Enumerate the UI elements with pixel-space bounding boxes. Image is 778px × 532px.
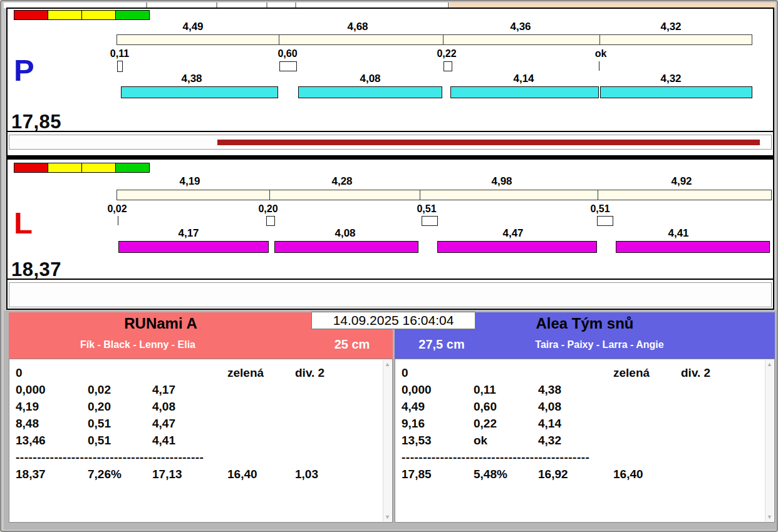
l-course-letter: L [14, 208, 33, 238]
results-area-left[interactable]: 0zelenádiv. 2 0,0000,024,17 4,190,204,08… [9, 359, 393, 523]
summary-row: 18,377,26%17,1316,401,03 [16, 466, 392, 483]
result-cell: 0,60 [474, 398, 538, 415]
result-divider: ----------------------------------------… [16, 449, 392, 466]
result-cell: 0,51 [88, 415, 152, 432]
p-gap-marker-1 [117, 61, 123, 72]
summary-cell: 17,85 [402, 466, 474, 483]
legend-yellow-box [48, 163, 82, 173]
l-opponent-seg-time-2: 4,28 [311, 175, 373, 188]
result-row: 13,460,514,41 [16, 432, 392, 449]
result-cell: 4,32 [538, 432, 613, 449]
result-cell: div. 2 [681, 364, 710, 381]
results-area-right[interactable]: 0zelenádiv. 2 0,0000,114,38 4,490,604,08… [395, 359, 775, 523]
p-run-bar-2 [298, 86, 442, 98]
p-gap-marker-3 [443, 61, 452, 71]
p-total-time: 17,85 [11, 111, 61, 133]
run-progress-bar [217, 140, 760, 145]
result-row: 4,190,204,08 [16, 398, 392, 415]
status-legend-l [14, 163, 150, 173]
p-run-seg-time-3: 4,14 [492, 73, 555, 85]
scroll-down-icon[interactable]: ▼ [383, 514, 392, 520]
summary-cell: 16,40 [613, 466, 681, 483]
result-cell: zelená [613, 364, 681, 381]
l-gap-tick-1 [118, 216, 118, 225]
p-split-diff-1: 0,11 [101, 48, 138, 59]
l-opponent-seg-time-3: 4,98 [470, 175, 533, 188]
result-cell: 0,02 [88, 381, 152, 398]
summary-cell: 16,40 [227, 466, 295, 483]
scroll-up-icon[interactable]: ▲ [383, 361, 392, 367]
result-cell: 0,51 [88, 432, 152, 449]
legend-green-box [115, 10, 150, 20]
team-name-left: RUNami A [9, 315, 313, 332]
l-run-bar-4 [616, 241, 770, 253]
summary-cell: 5,48% [474, 466, 538, 483]
l-split-diff-3: 0,51 [408, 203, 445, 215]
summary-row: 17,855,48%16,9216,40 [402, 466, 774, 483]
p-run-bar-4 [600, 86, 752, 98]
scrollbar[interactable]: ▲ ▼ [765, 360, 774, 521]
result-cell: 4,17 [152, 381, 227, 398]
legend-yellow-box-2 [81, 10, 116, 20]
summary-cell: 7,26% [88, 466, 152, 483]
p-split-diff-2: 0,60 [269, 48, 306, 59]
result-cell: 4,08 [152, 398, 227, 415]
l-opponent-seg-time-4: 4,92 [650, 175, 713, 188]
l-gap-marker-2 [266, 216, 275, 226]
l-opponent-seg-time-1: 4,19 [158, 175, 221, 188]
result-cell: 0 [16, 364, 88, 381]
result-row: 9,160,224,14 [402, 415, 774, 432]
l-run-seg-time-2: 4,08 [314, 227, 376, 240]
result-row: 0zelenádiv. 2 [402, 364, 774, 381]
summary-cell: 16,92 [538, 466, 613, 483]
result-cell: 4,41 [152, 432, 227, 449]
p-gap-tick-4 [599, 61, 599, 71]
l-split-diff-4: 0,51 [581, 203, 619, 215]
result-cell: 9,16 [402, 415, 474, 432]
datetime-display: 14.09.2025 16:04:04 [311, 312, 475, 329]
result-row: 8,480,514,47 [16, 415, 392, 432]
scroll-down-icon[interactable]: ▼ [765, 514, 774, 520]
summary-cell: 17,13 [152, 466, 227, 483]
result-cell: 4,49 [402, 398, 474, 415]
p-run-seg-time-4: 4,32 [640, 73, 702, 85]
p-opponent-seg-time-2: 4,68 [326, 21, 389, 33]
result-cell: 0,000 [16, 381, 88, 398]
l-reference-track-bar [117, 190, 772, 200]
result-cell: 4,38 [538, 381, 613, 398]
p-opponent-seg-time-1: 4,49 [162, 21, 224, 33]
height-category-left: 25 cm [319, 337, 385, 352]
scrollbar[interactable]: ▲ ▼ [383, 360, 392, 521]
result-cell: 0,11 [474, 381, 538, 398]
l-run-seg-time-1: 4,17 [157, 227, 220, 240]
l-split-diff-1: 0,02 [98, 203, 136, 215]
p-run-bar-3 [450, 86, 599, 98]
p-separator-line [8, 131, 773, 132]
l-total-time: 18,37 [11, 258, 61, 281]
result-cell: 8,48 [16, 415, 88, 432]
p-gap-marker-2 [279, 61, 297, 71]
team-members-right: Taira - Paixy - Larra - Angie [443, 339, 756, 350]
team-members-left: Fík - Black - Lenny - Elia [9, 339, 267, 350]
l-run-seg-time-4: 4,41 [647, 227, 710, 240]
result-row: 0,0000,114,38 [402, 381, 774, 398]
result-cell: 0,000 [402, 381, 474, 398]
result-cell: 4,08 [538, 398, 613, 415]
panel-divider [8, 155, 773, 160]
p-run-seg-time-1: 4,38 [160, 73, 223, 85]
result-cell: 0 [402, 364, 474, 381]
timing-panels-area: 4,49 4,68 4,36 4,32 0,11 0,60 0,22 ok 4,… [6, 8, 774, 310]
result-cell: 13,46 [16, 432, 88, 449]
status-legend-p [14, 10, 150, 20]
result-cell: 13,53 [402, 432, 474, 449]
result-cell: 0,20 [88, 398, 152, 415]
result-row: 4,490,604,08 [402, 398, 774, 415]
result-row: 13,53ok4,32 [402, 432, 774, 449]
legend-yellow-box [48, 10, 82, 20]
empty-status-strip [9, 282, 772, 307]
l-gap-marker-3 [422, 216, 438, 226]
result-row: 0,0000,024,17 [16, 381, 392, 398]
p-course-letter: P [14, 55, 34, 86]
scroll-up-icon[interactable]: ▲ [765, 361, 774, 367]
result-cell: 0,22 [474, 415, 538, 432]
